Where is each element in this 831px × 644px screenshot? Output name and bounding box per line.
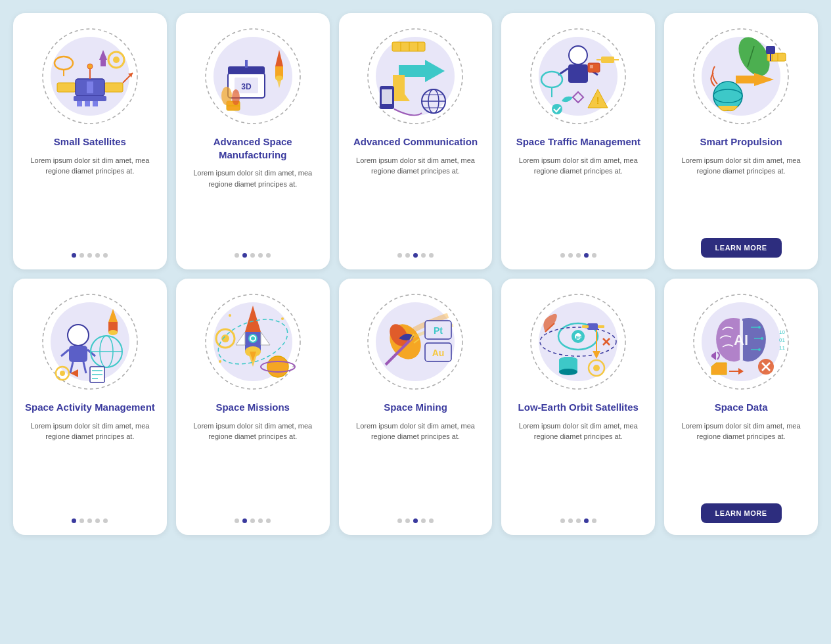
dot-3 xyxy=(250,518,255,523)
card-grid-row1: Small Satellites Lorem ipsum dolor sit d… xyxy=(13,13,818,269)
svg-rect-87 xyxy=(69,346,87,362)
learn-more-button-space-data[interactable]: LEARN MORE xyxy=(701,503,782,523)
illustration-smart-propulsion xyxy=(688,24,794,129)
svg-text:11: 11 xyxy=(779,345,785,351)
dot-3 xyxy=(413,518,418,523)
card-body-small-satellites: Lorem ipsum dolor sit dim amet, mea regi… xyxy=(22,155,158,246)
card-title-smart-propulsion: Smart Propulsion xyxy=(700,135,782,149)
svg-point-123 xyxy=(219,360,221,363)
dot-5 xyxy=(592,518,596,523)
svg-rect-68 xyxy=(601,57,614,63)
svg-rect-15 xyxy=(77,101,82,106)
card-body-space-mining: Lorem ipsum dolor sit dim amet, mea regi… xyxy=(348,421,483,511)
card-grid-row2: Space Activity Management Lorem ipsum do… xyxy=(13,279,818,535)
card-body-advanced-communication: Lorem ipsum dolor sit dim amet, mea regi… xyxy=(348,155,483,246)
card-body-advanced-space-manufacturing: Lorem ipsum dolor sit dim amet, mea regi… xyxy=(185,168,321,245)
dot-2 xyxy=(405,518,410,523)
illustration-advanced-space-manufacturing: 3D xyxy=(200,24,305,129)
svg-point-99 xyxy=(60,371,65,376)
svg-rect-57 xyxy=(568,64,588,83)
card-dots-space-mining xyxy=(397,518,434,523)
card-title-advanced-communication: Advanced Communication xyxy=(353,135,478,149)
svg-point-145 xyxy=(559,357,577,363)
svg-point-121 xyxy=(229,314,231,317)
card-body-smart-propulsion: Lorem ipsum dolor sit dim amet, mea regi… xyxy=(673,155,809,231)
card-body-space-data: Lorem ipsum dolor sit dim amet, mea regi… xyxy=(673,421,809,496)
svg-point-113 xyxy=(251,336,255,340)
dot-2 xyxy=(568,518,573,523)
dot-1 xyxy=(235,518,239,523)
svg-rect-148 xyxy=(587,323,598,330)
learn-more-button-smart-propulsion[interactable]: LEARN MORE xyxy=(701,238,782,258)
card-title-low-earth-orbit-satellites: Low-Earth Orbit Satellites xyxy=(518,401,639,414)
svg-point-122 xyxy=(281,317,284,320)
card-dots-space-missions xyxy=(235,518,271,523)
svg-rect-82 xyxy=(766,46,775,54)
svg-rect-2 xyxy=(57,83,76,92)
dot-2 xyxy=(79,518,84,523)
dot-5 xyxy=(103,253,108,258)
svg-rect-66 xyxy=(590,65,593,68)
svg-rect-48 xyxy=(382,89,392,104)
dot-1 xyxy=(72,253,76,258)
card-advanced-communication: Advanced Communication Lorem ipsum dolor… xyxy=(339,13,493,269)
dot-5 xyxy=(266,253,271,258)
dot-3 xyxy=(576,253,581,258)
card-body-space-missions: Lorem ipsum dolor sit dim amet, mea regi… xyxy=(185,421,321,511)
illustration-low-earth-orbit-satellites: LEO xyxy=(526,289,631,394)
dot-2 xyxy=(79,253,84,258)
dot-4 xyxy=(421,253,426,258)
illustration-space-activity-management xyxy=(37,289,143,394)
dot-3 xyxy=(87,253,92,258)
svg-point-160 xyxy=(758,326,761,329)
illustration-space-mining: Pt Au xyxy=(363,289,468,394)
svg-text:01: 01 xyxy=(779,337,785,343)
svg-rect-78 xyxy=(736,76,755,83)
dot-3 xyxy=(87,518,92,523)
svg-rect-13 xyxy=(101,60,106,66)
dot-2 xyxy=(242,253,247,258)
svg-point-144 xyxy=(559,369,577,375)
svg-point-9 xyxy=(113,57,120,63)
dot-1 xyxy=(397,518,402,523)
svg-text:10: 10 xyxy=(779,329,785,335)
card-low-earth-orbit-satellites: LEO xyxy=(501,279,655,535)
svg-rect-3 xyxy=(104,83,123,92)
dot-2 xyxy=(405,253,410,258)
card-dots-adv-communication xyxy=(397,253,434,258)
svg-rect-65 xyxy=(588,63,600,72)
dot-4 xyxy=(584,253,589,258)
card-title-small-satellites: Small Satellites xyxy=(54,135,126,149)
svg-point-56 xyxy=(569,46,587,64)
svg-rect-150 xyxy=(598,325,604,328)
card-space-data: AI 10 01 11 Space Data Lorem ipsum dolo xyxy=(664,279,818,535)
card-body-low-earth-orbit-satellites: Lorem ipsum dolor sit dim amet, mea regi… xyxy=(510,421,646,511)
illustration-space-data: AI 10 01 11 xyxy=(688,289,794,394)
svg-point-86 xyxy=(68,325,89,346)
card-dots-adv-manufacturing xyxy=(235,253,271,258)
svg-rect-5 xyxy=(87,81,93,93)
card-title-advanced-space-manufacturing: Advanced Space Manufacturing xyxy=(185,135,321,161)
dot-4 xyxy=(95,253,100,258)
illustration-space-missions xyxy=(200,289,305,394)
svg-rect-149 xyxy=(582,325,589,328)
illustration-advanced-communication xyxy=(363,24,468,129)
dot-5 xyxy=(103,518,108,523)
dot-3 xyxy=(250,253,255,258)
svg-text:Pt: Pt xyxy=(434,325,443,336)
dot-3 xyxy=(413,253,418,258)
dot-2 xyxy=(568,253,573,258)
dot-2 xyxy=(242,518,247,523)
card-space-missions: Space Missions Lorem ipsum dolor sit dim… xyxy=(176,279,330,535)
dot-1 xyxy=(72,518,76,523)
card-space-traffic-management: ! Space Traffic Management xyxy=(501,13,655,269)
svg-point-117 xyxy=(221,334,229,342)
svg-rect-46 xyxy=(393,75,405,101)
card-title-space-data: Space Data xyxy=(715,401,768,414)
card-advanced-space-manufacturing: 3D Advanced Space Manufacturing xyxy=(176,13,330,269)
svg-point-36 xyxy=(232,89,240,105)
dot-1 xyxy=(560,253,565,258)
card-title-space-missions: Space Missions xyxy=(215,401,290,414)
illustration-space-traffic-management: ! xyxy=(526,24,631,129)
card-title-space-traffic-management: Space Traffic Management xyxy=(516,135,640,149)
